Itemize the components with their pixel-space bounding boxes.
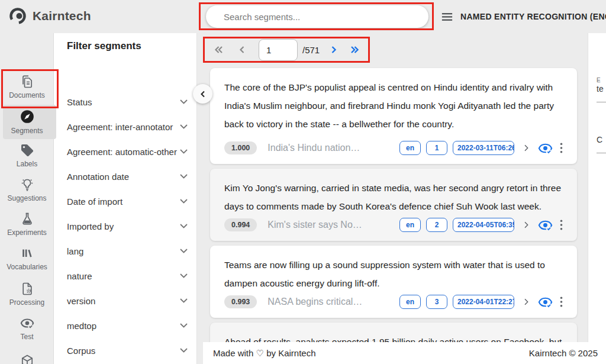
filter-row-agreement-automatic-other[interactable]: Agreement: automatic-other xyxy=(54,142,197,161)
search-input[interactable] xyxy=(206,5,428,28)
lang-chip[interactable]: en xyxy=(399,141,421,155)
lightbulb-icon xyxy=(20,178,34,192)
sidebar-item-dashboard[interactable]: Dashboard xyxy=(0,354,54,364)
segment-number-chip[interactable]: 2 xyxy=(426,218,447,232)
chevron-right-icon[interactable] xyxy=(521,143,531,153)
filter-label: Corpus xyxy=(67,346,95,356)
date-chip[interactable]: 2022-03-11T06:26:0 xyxy=(453,141,514,155)
sidebar-item-suggestions[interactable]: Suggestions xyxy=(0,178,54,202)
sidebar-item-labels[interactable]: Labels xyxy=(0,143,54,168)
filter-label: version xyxy=(67,296,95,306)
footer-copyright: Kairntech © 2025 xyxy=(529,348,598,358)
filter-row-version[interactable]: version xyxy=(54,291,197,310)
filter-label: Agreement: inter-annotator xyxy=(67,122,173,132)
cube-icon xyxy=(20,354,34,364)
next-page-button[interactable] xyxy=(329,44,339,55)
score-badge: 0.994 xyxy=(224,218,257,231)
sidebar-item-label: Suggestions xyxy=(7,194,46,202)
sidebar-item-experiments[interactable]: Experiments xyxy=(0,212,54,237)
segment-card[interactable]: Teams are now filling up a sound suppres… xyxy=(210,246,577,318)
previous-page-button[interactable] xyxy=(237,44,247,55)
segment-number-chip[interactable]: 1 xyxy=(426,141,447,155)
app-logo[interactable]: Kairntech xyxy=(8,7,91,25)
sidebar-item-vocabularies[interactable]: Vocabularies xyxy=(0,246,54,271)
first-page-button[interactable] xyxy=(212,44,224,55)
sidebar-item-label: Experiments xyxy=(7,228,47,237)
library-icon xyxy=(20,246,34,260)
page-number-input[interactable] xyxy=(259,39,298,61)
collapse-filter-panel-button[interactable] xyxy=(193,84,212,104)
chevron-right-icon[interactable] xyxy=(521,297,531,307)
sidebar-nav: Documents Segments Labels Sugges xyxy=(0,33,54,364)
filter-label: nature xyxy=(67,271,92,281)
filter-row-annotation-date[interactable]: Annotation date xyxy=(54,167,197,186)
filter-panel: Filter segments Status Agreement: inter-… xyxy=(54,33,197,364)
chevron-down-icon xyxy=(180,224,188,228)
chevron-down-icon xyxy=(180,298,188,303)
filter-row-nature[interactable]: nature xyxy=(54,266,197,285)
last-page-button[interactable] xyxy=(349,44,361,55)
sidebar-item-label: Documents xyxy=(9,91,45,99)
filter-row-agreement-inter-annotator[interactable]: Agreement: inter-annotator xyxy=(54,117,197,136)
filter-row-medtop[interactable]: medtop xyxy=(54,316,197,335)
filter-label: Annotation date xyxy=(67,172,129,182)
document-title: India's Hindu nation… xyxy=(267,143,394,153)
more-vertical-icon[interactable] xyxy=(560,220,563,230)
date-chip[interactable]: 2022-04-05T06:35:4 xyxy=(453,218,514,232)
filter-row-lang[interactable]: lang xyxy=(54,241,197,260)
total-pages-label: /571 xyxy=(302,45,320,55)
sidebar-item-label: Segments xyxy=(11,127,43,135)
segment-card[interactable]: Kim Yo Jong's warning, carried in state … xyxy=(210,169,577,241)
chevron-left-icon xyxy=(199,91,207,98)
lang-chip[interactable]: en xyxy=(399,295,421,309)
right-panel-field-label: E xyxy=(597,77,601,83)
more-vertical-icon[interactable] xyxy=(560,143,563,153)
sidebar-item-documents[interactable]: Documents xyxy=(0,75,54,99)
right-detail-panel: E te C xyxy=(588,33,606,364)
segment-card[interactable]: The core of the BJP's populist appeal is… xyxy=(210,68,577,164)
tag-icon xyxy=(20,143,34,157)
review-eye-check-icon[interactable] xyxy=(538,295,553,310)
chevron-down-icon xyxy=(180,249,188,253)
filter-row-corpus[interactable]: Corpus xyxy=(54,341,197,360)
input-underline xyxy=(597,153,606,153)
sidebar-item-processing[interactable]: Processing xyxy=(0,282,54,307)
app-name: Kairntech xyxy=(33,9,91,23)
filter-row-status[interactable]: Status xyxy=(54,92,197,111)
score-badge: 0.993 xyxy=(224,295,257,308)
documents-icon xyxy=(20,75,34,89)
pagination-bar: /571 xyxy=(203,37,370,63)
lang-chip[interactable]: en xyxy=(399,218,421,232)
filter-row-date-of-import[interactable]: Date of import xyxy=(54,192,197,211)
footer-bar: Made with ♡ by Kairntech Kairntech © 202… xyxy=(203,342,606,364)
input-underline xyxy=(597,102,606,102)
score-badge: 1.000 xyxy=(224,141,257,154)
date-chip[interactable]: 2022-04-01T22:27:5 xyxy=(453,295,514,309)
filter-label: lang xyxy=(67,246,83,256)
file-gear-icon xyxy=(20,282,34,296)
review-eye-check-icon[interactable] xyxy=(538,141,553,156)
segment-number-chip[interactable]: 3 xyxy=(426,295,447,309)
right-panel-field-value[interactable]: te xyxy=(597,84,604,94)
chevron-right-icon[interactable] xyxy=(521,220,531,230)
sidebar-item-label: Processing xyxy=(9,298,44,307)
sidebar-item-label: Labels xyxy=(17,160,37,168)
review-eye-check-icon[interactable] xyxy=(538,218,553,233)
chevron-down-icon xyxy=(180,99,188,104)
chevron-down-icon xyxy=(180,124,188,129)
chevron-down-icon xyxy=(180,199,188,204)
eye-check-icon xyxy=(20,316,34,330)
hamburger-menu-icon[interactable] xyxy=(440,10,454,24)
right-panel-field-value[interactable]: C xyxy=(597,135,602,144)
app-header: Kairntech NAMED ENTITY RECOGNITION (ENGL… xyxy=(0,0,606,33)
filter-label: Status xyxy=(67,97,92,107)
kairntech-eye-logo-icon xyxy=(8,7,27,25)
project-title: NAMED ENTITY RECOGNITION (ENGLIS xyxy=(460,12,606,21)
sidebar-item-label: Test xyxy=(20,333,33,341)
footer-credit: Made with ♡ by Kairntech xyxy=(213,348,316,359)
chevron-down-icon xyxy=(180,149,188,154)
more-vertical-icon[interactable] xyxy=(560,297,563,307)
sidebar-item-test[interactable]: Test xyxy=(0,316,54,341)
sidebar-item-segments[interactable]: Segments xyxy=(0,109,54,135)
filter-row-imported-by[interactable]: Imported by xyxy=(54,217,197,236)
